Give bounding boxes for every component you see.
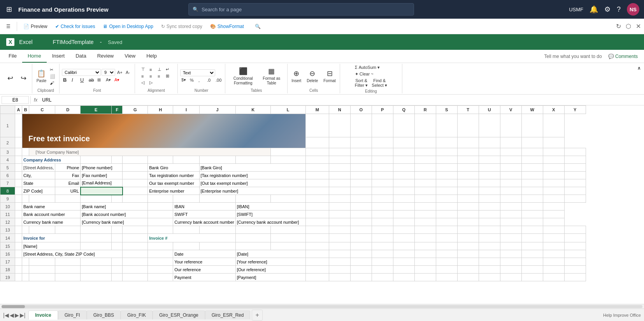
cell-S16[interactable] [436, 250, 457, 258]
cell-N14[interactable] [329, 234, 350, 242]
cell-M17[interactable] [305, 258, 329, 266]
cell-Q13[interactable] [393, 226, 414, 234]
cell-O7[interactable] [350, 179, 372, 187]
col-header-H[interactable]: H [148, 106, 173, 114]
cell-O18[interactable] [350, 266, 372, 274]
collapse-ribbon[interactable]: ∧ [636, 64, 642, 72]
cell-W16[interactable] [521, 250, 543, 258]
cell-our-ref-label[interactable]: Our reference [173, 266, 235, 274]
cell-T3[interactable] [457, 148, 479, 156]
cell-G15[interactable] [123, 242, 148, 250]
cell-R14[interactable] [414, 234, 436, 242]
search-bar[interactable]: 🔍 [188, 3, 414, 16]
cell-P8[interactable] [372, 187, 393, 195]
cell-A6[interactable] [15, 172, 22, 179]
cell-M15[interactable] [305, 242, 329, 250]
cell-R5[interactable] [414, 164, 436, 172]
cell-Q6[interactable] [393, 172, 414, 179]
cell-A7[interactable] [15, 179, 22, 187]
cell-M8[interactable] [305, 187, 329, 195]
percent-button[interactable]: % [189, 77, 197, 83]
cell-M18[interactable] [305, 266, 329, 274]
cell-W2[interactable] [500, 137, 521, 148]
cell-X13[interactable] [543, 226, 564, 234]
cell-X10[interactable] [521, 203, 543, 210]
cell-D17[interactable] [55, 258, 81, 266]
cell-O3[interactable] [350, 148, 372, 156]
cell-G4[interactable] [123, 156, 148, 164]
font-size-select[interactable]: 9 [102, 69, 115, 76]
cell-A2[interactable] [15, 137, 22, 148]
cell-O13[interactable] [350, 226, 372, 234]
dec-inc-button[interactable]: .0 [206, 77, 214, 83]
tab-review[interactable]: Review [92, 50, 119, 63]
cell-X4[interactable] [543, 156, 564, 164]
cell-A9[interactable] [15, 195, 22, 203]
cell-S18[interactable] [436, 266, 457, 274]
cell-X16[interactable] [543, 250, 564, 258]
cell-W17[interactable] [521, 258, 543, 266]
cell-I4[interactable] [173, 156, 199, 164]
cell-G14[interactable] [123, 234, 148, 242]
copy-button[interactable]: ⬜ [49, 74, 56, 79]
cell-Q5[interactable] [393, 164, 414, 172]
col-header-O[interactable]: O [350, 106, 372, 114]
cell-tax-reg-value[interactable]: [Tax registration number] [199, 172, 305, 179]
cell-N3[interactable] [329, 148, 350, 156]
cell-X1[interactable] [521, 114, 543, 137]
cut-button[interactable]: ✂ [49, 67, 56, 73]
cell-N17[interactable] [329, 258, 350, 266]
cell-L9[interactable] [270, 195, 305, 203]
underline-button[interactable]: U [79, 77, 87, 83]
cell-J13[interactable] [199, 226, 235, 234]
cell-Y18[interactable] [564, 266, 586, 274]
cell-Y8[interactable] [564, 187, 586, 195]
tab-insert[interactable]: Insert [47, 50, 70, 63]
cell-U1[interactable] [457, 114, 479, 137]
cell-E18[interactable] [81, 266, 112, 274]
cell-F17[interactable] [112, 258, 123, 266]
cell-J15[interactable] [199, 242, 235, 250]
cell-F14[interactable] [112, 234, 123, 242]
cell-T11[interactable] [436, 210, 457, 218]
cell-Q17[interactable] [393, 258, 414, 266]
cell-fax-label[interactable]: Fax [55, 172, 81, 179]
cell-Y6[interactable] [564, 172, 586, 179]
user-avatar[interactable]: NS [627, 3, 639, 16]
cell-T9[interactable] [457, 195, 479, 203]
cell-S6[interactable] [436, 172, 457, 179]
cell-V16[interactable] [500, 250, 521, 258]
cell-bank-giro-value[interactable]: [Bank Giro] [199, 164, 305, 172]
number-format-select[interactable]: Text [180, 69, 215, 76]
undo-button[interactable]: ↩ [4, 73, 16, 83]
cell-S14[interactable] [436, 234, 457, 242]
cell-U18[interactable] [479, 266, 500, 274]
cell-P13[interactable] [372, 226, 393, 234]
cell-O15[interactable] [350, 242, 372, 250]
cell-A12[interactable] [15, 218, 22, 226]
cell-U10[interactable] [457, 203, 479, 210]
cell-M6[interactable] [305, 172, 329, 179]
cell-currency-bank-value[interactable]: [Currency bank name] [81, 218, 148, 226]
cell-O9[interactable] [350, 195, 372, 203]
cell-W10[interactable] [500, 203, 521, 210]
cell-P18[interactable] [372, 266, 393, 274]
col-header-U[interactable]: U [479, 106, 500, 114]
cell-U15[interactable] [479, 242, 500, 250]
cell-B13[interactable] [22, 226, 29, 234]
col-header-G[interactable]: G [123, 106, 148, 114]
col-header-C[interactable]: C [29, 106, 55, 114]
cell-swift-label[interactable]: SWIFT [173, 210, 235, 218]
cell-R1[interactable] [393, 114, 414, 137]
sheet-tab-giro-fi[interactable]: Giro_FI [58, 310, 87, 319]
cell-T7[interactable] [457, 179, 479, 187]
cell-N18[interactable] [329, 266, 350, 274]
cell-G18[interactable] [123, 266, 148, 274]
cell-N10[interactable] [305, 203, 329, 210]
cell-phone-value[interactable]: [Phone number] [81, 164, 123, 172]
cell-L14[interactable] [270, 234, 305, 242]
align-center-button[interactable]: ≡ [148, 73, 156, 79]
cell-M16[interactable] [305, 250, 329, 258]
cell-U13[interactable] [479, 226, 500, 234]
cell-L3[interactable] [270, 148, 305, 156]
